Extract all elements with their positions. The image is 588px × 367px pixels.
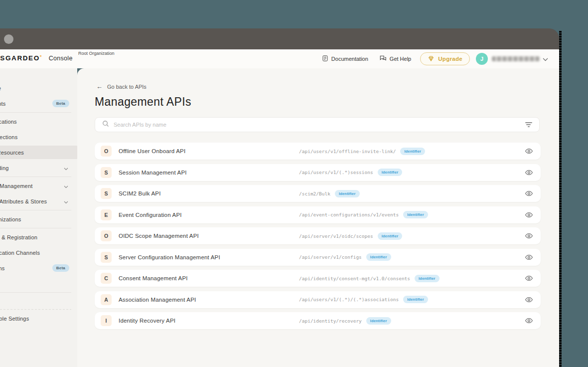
chat-help-icon [379,55,387,63]
api-row[interactable]: O OIDC Scope Management API /api/server/… [95,227,541,244]
api-initial-avatar: A [101,294,112,305]
sidebar-item-console-settings[interactable]: Console Settings [0,311,77,326]
api-endpoint-path: /api/identity/recovery [299,318,362,324]
sidebar-item-api-resources[interactable]: API Resources [0,145,77,160]
search-icon [102,120,109,129]
api-initial-avatar: O [101,146,112,157]
api-name: Consent Management API [119,270,188,287]
sidebar-divider [0,309,71,310]
api-row[interactable]: O Offline User Onboard API /api/users/v1… [95,143,541,160]
document-icon [322,55,328,63]
api-name: Session Management API [119,164,187,181]
documentation-link[interactable]: Documentation [322,55,368,63]
sidebar-item-login-registration[interactable]: Login & Registration [0,229,77,245]
page-title: Management APIs [95,95,191,109]
identifier-badge: Identifier [366,253,391,261]
app-header: ASGARDEO✶ Console Root Organization Docu… [0,49,559,68]
api-name: SCIM2 Bulk API [119,185,161,202]
api-endpoint-path: /api/users/v1/(.*)/(.*)associations [299,297,399,302]
sidebar-item-label: Organizations [0,216,69,222]
api-initial-avatar: O [101,230,112,241]
get-help-link[interactable]: Get Help [379,55,411,63]
app-logo: ASGARDEO✶ Console [0,54,73,62]
sidebar-item-user-management[interactable]: User Management [0,178,77,193]
sidebar-item-label: User Management [0,183,64,189]
sidebar-divider [0,112,71,113]
filter-icon[interactable] [525,122,532,128]
api-row[interactable]: S Session Management API /api/users/v1/(… [95,164,541,181]
api-initial-avatar: I [101,315,112,326]
api-row[interactable]: E Event Configuration API /api/event-con… [95,206,541,223]
chevron-down-icon[interactable] [543,54,548,63]
sidebar-item-label: Home [0,85,69,91]
api-row[interactable]: I Identity Recovery API /api/identity/re… [95,312,541,329]
sidebar-item-label: Insights [0,101,52,107]
search-input[interactable] [114,122,525,128]
identifier-badge: Identifier [378,232,403,240]
eye-view-icon[interactable] [525,275,533,284]
api-row[interactable]: C Consent Management API /api/identity/c… [95,270,541,287]
sidebar-divider [0,292,71,293]
sidebar-item-branding[interactable]: Branding [0,160,77,176]
sidebar-item-logs[interactable]: Logs [0,276,77,291]
arrow-left-icon: ← [96,83,103,90]
api-row[interactable]: S Server Configuration Management API /a… [95,249,541,266]
sidebar-item-label: Notification Channels [0,250,69,256]
user-avatar[interactable]: J [476,53,488,65]
identifier-badge: Identifier [400,148,425,155]
eye-view-icon[interactable] [525,169,533,178]
identifier-badge: Identifier [415,275,440,282]
get-help-label: Get Help [390,56,411,62]
api-endpoint-path: /api/server/v1/configs [299,254,362,260]
beta-badge: Beta [52,100,69,107]
identifier-badge: Identifier [335,190,360,197]
identifier-badge: Identifier [403,211,428,218]
sidebar-item-connections[interactable]: Connections [0,129,77,145]
eye-view-icon[interactable] [525,254,533,263]
search-bar [95,117,540,132]
logo-console-label: Console [49,55,73,62]
sidebar-item-home[interactable]: Home [0,80,77,96]
eye-view-icon[interactable] [525,148,533,157]
api-name: Offline User Onboard API [119,143,185,160]
window-titlebar [0,28,559,49]
identifier-badge: Identifier [366,317,391,325]
api-name: Event Configuration API [119,206,182,223]
back-link[interactable]: ← Go back to APIs [96,83,147,90]
sidebar-divider [0,210,71,210]
sidebar-item-label: Logs [0,281,69,287]
beta-badge: Beta [52,264,69,272]
sidebar-divider [0,177,71,177]
sidebar-item-label: API Resources [0,150,69,156]
eye-view-icon[interactable] [525,317,533,326]
sidebar-nav: Home Insights Beta Applications Connecti… [0,68,77,367]
sidebar-item-applications[interactable]: Applications [0,114,77,129]
sidebar-item-organizations[interactable]: Organizations [0,211,77,227]
sidebar-item-user-attributes-stores[interactable]: User Attributes & Stores [0,193,77,209]
breadcrumb-root-organization[interactable]: Root Organization [78,51,115,56]
api-name: Association Management API [119,291,196,308]
sidebar-item-label: User Attributes & Stores [0,198,64,204]
api-row[interactable]: A Association Management API /api/users/… [95,291,541,308]
upgrade-button[interactable]: Upgrade [420,52,470,65]
window-control-button[interactable] [4,34,13,44]
desktop-background: ASGARDEO✶ Console Root Organization Docu… [0,0,588,367]
upgrade-label: Upgrade [438,56,462,62]
eye-view-icon[interactable] [525,232,533,241]
api-row[interactable]: S SCIM2 Bulk API /scim2/Bulk Identifier [95,185,541,202]
user-email-blurred [492,56,540,61]
api-name: Server Configuration Management API [119,249,220,266]
identifier-badge: Identifier [403,296,428,303]
eye-view-icon[interactable] [525,190,533,199]
eye-view-icon[interactable] [525,296,533,305]
eye-view-icon[interactable] [525,211,533,220]
sidebar-item-insights[interactable]: Insights Beta [0,96,77,111]
api-name: OIDC Scope Management API [119,227,199,244]
header-actions: Documentation Get Help Upgrade J [322,49,548,68]
api-initial-avatar: C [101,273,112,284]
chevron-down-icon [64,182,68,190]
window-drop-shadow [559,31,562,367]
sidebar-item-actions[interactable]: Actions Beta [0,260,77,276]
api-initial-avatar: S [101,167,112,178]
sidebar-item-notification-channels[interactable]: Notification Channels [0,245,77,260]
